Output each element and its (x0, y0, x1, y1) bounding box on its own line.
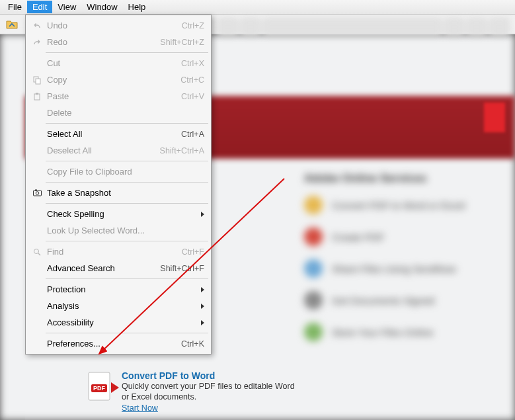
blank-icon (31, 263, 43, 274)
menu-shortcut: Shift+Ctrl+F (160, 264, 204, 273)
menu-item-take-a-snapshot[interactable]: Take a Snapshot (27, 185, 210, 201)
menu-label: Analysis (47, 301, 196, 311)
menu-item-deselect-all: Deselect AllShift+Ctrl+A (27, 142, 210, 159)
edit-dropdown-menu: UndoCtrl+ZRedoShift+Ctrl+ZCutCtrl+XCopyC… (25, 15, 212, 355)
pdf-icon: PDF (86, 370, 115, 405)
blank-icon (31, 317, 43, 329)
start-now-link[interactable]: Start Now (122, 403, 158, 413)
menu-view[interactable]: View (52, 1, 81, 13)
menu-label: Accessibility (47, 317, 196, 327)
menu-shortcut: Ctrl+X (181, 59, 204, 68)
blank-icon (31, 338, 43, 350)
menu-separator (46, 123, 208, 124)
service-icon (304, 259, 323, 278)
submenu-arrow-icon (201, 320, 204, 325)
menu-label: Find (47, 247, 174, 257)
menu-item-advanced-search[interactable]: Advanced SearchShift+Ctrl+F (27, 260, 210, 276)
menu-separator (46, 52, 208, 53)
open-file-icon[interactable] (4, 17, 20, 32)
menu-shortcut: Ctrl+K (181, 339, 204, 349)
menu-shortcut: Ctrl+A (181, 130, 204, 139)
toolbar-right-blurred (218, 19, 509, 38)
menu-item-copy: CopyCtrl+C (27, 71, 210, 88)
svg-rect-2 (34, 94, 40, 100)
menu-separator (46, 161, 208, 161)
menu-edit[interactable]: Edit (27, 1, 52, 13)
arrow-right-icon (111, 382, 119, 393)
menu-separator (46, 333, 208, 333)
menu-item-look-up-selected-word: Look Up Selected Word... (27, 222, 210, 239)
camera-icon (31, 187, 43, 199)
service-label: Convert PDF to Word or Excel (332, 200, 465, 211)
menu-window[interactable]: Window (81, 1, 122, 13)
service-icon (304, 323, 323, 341)
svg-line-8 (38, 253, 40, 255)
menu-label: Advanced Search (47, 263, 152, 273)
menu-label: Preferences... (47, 339, 173, 349)
service-icon (304, 228, 323, 246)
menu-item-copy-file-to-clipboard: Copy File to Clipboard (27, 163, 210, 180)
search-icon (31, 246, 43, 258)
promo-subtitle: Quickly convert your PDF files to editab… (122, 381, 297, 403)
svg-rect-3 (36, 93, 38, 95)
menu-file[interactable]: File (3, 1, 27, 13)
undo-icon (31, 20, 43, 32)
adobe-logo-badge (484, 103, 505, 132)
menu-item-find: FindCtrl+F (27, 243, 210, 260)
menu-shortcut: Ctrl+V (181, 92, 204, 101)
menu-item-cut: CutCtrl+X (27, 55, 210, 71)
menu-item-accessibility[interactable]: Accessibility (27, 314, 210, 331)
menu-label: Look Up Selected Word... (47, 226, 204, 235)
menu-shortcut: Ctrl+F (182, 247, 204, 257)
online-services-panel: Adobe Online Services Convert PDF to Wor… (304, 172, 502, 355)
menu-item-redo: RedoShift+Ctrl+Z (27, 34, 210, 50)
menu-item-check-spelling[interactable]: Check Spelling (27, 206, 210, 222)
menu-item-delete: Delete (27, 105, 210, 121)
blank-icon (31, 107, 43, 119)
menu-item-undo: UndoCtrl+Z (27, 17, 210, 34)
service-item[interactable]: Create PDF (304, 228, 502, 246)
menu-separator (46, 203, 208, 204)
blank-icon (31, 145, 43, 157)
svg-point-7 (34, 249, 39, 253)
menu-item-analysis[interactable]: Analysis (27, 298, 210, 314)
menu-shortcut: Shift+Ctrl+A (160, 146, 204, 155)
menu-shortcut: Shift+Ctrl+Z (160, 38, 204, 47)
menu-item-paste: PasteCtrl+V (27, 88, 210, 105)
paste-icon (31, 91, 43, 103)
service-label: Store Your Files Online (332, 327, 433, 338)
menu-label: Check Spelling (47, 209, 196, 219)
service-item[interactable]: Convert PDF to Word or Excel (304, 196, 502, 214)
blank-icon (31, 300, 43, 312)
service-item[interactable]: Get Documents Signed (304, 291, 502, 310)
menu-item-preferences[interactable]: Preferences...Ctrl+K (27, 335, 210, 352)
menu-label: Paste (47, 91, 173, 101)
service-item[interactable]: Share Files Using SendNow (304, 259, 502, 278)
submenu-arrow-icon (201, 212, 204, 217)
svg-text:PDF: PDF (93, 385, 106, 392)
menu-item-protection[interactable]: Protection (27, 281, 210, 298)
service-label: Get Documents Signed (332, 295, 434, 306)
blank-icon (31, 208, 43, 220)
menu-help[interactable]: Help (123, 1, 151, 13)
submenu-arrow-icon (201, 304, 204, 309)
svg-rect-1 (36, 79, 40, 84)
menu-label: Cut (47, 58, 173, 68)
menubar: File Edit View Window Help (0, 0, 515, 15)
svg-rect-6 (35, 190, 37, 191)
menu-label: Take a Snapshot (47, 188, 204, 198)
menu-shortcut: Ctrl+Z (182, 21, 204, 30)
menu-shortcut: Ctrl+C (180, 75, 204, 85)
menu-label: Copy File to Clipboard (47, 167, 204, 177)
service-item[interactable]: Store Your Files Online (304, 323, 502, 341)
svg-point-5 (36, 192, 39, 195)
blank-icon (31, 128, 43, 140)
service-icon (304, 196, 323, 214)
menu-separator (46, 182, 208, 183)
menu-label: Undo (47, 21, 174, 30)
service-icon (304, 291, 323, 310)
online-services-heading: Adobe Online Services (304, 172, 502, 185)
menu-separator (46, 278, 208, 279)
menu-label: Protection (47, 284, 196, 294)
menu-item-select-all[interactable]: Select AllCtrl+A (27, 126, 210, 142)
